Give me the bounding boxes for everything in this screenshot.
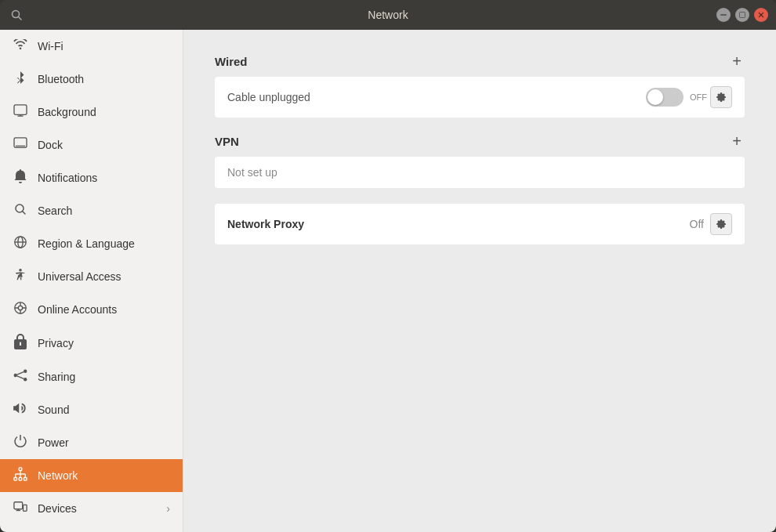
sidebar-item-details[interactable]: Details › <box>0 525 183 532</box>
svg-rect-6 <box>14 105 27 114</box>
notifications-icon <box>13 169 28 186</box>
main-content: Wi-Fi Bluetooth Backgr <box>0 30 776 532</box>
proxy-title: Network Proxy <box>227 218 690 230</box>
vpn-status-row: Not set up <box>215 157 745 188</box>
proxy-status: Off <box>690 218 704 230</box>
sidebar-item-online-accounts[interactable]: Online Accounts <box>0 293 183 326</box>
proxy-settings-button[interactable] <box>710 213 732 235</box>
toggle-knob <box>647 89 663 105</box>
sidebar-item-sharing-label: Sharing <box>38 371 170 383</box>
sidebar-item-search-label: Search <box>38 204 170 217</box>
network-icon <box>13 467 28 484</box>
wifi-icon <box>13 39 28 53</box>
vpn-section-title: VPN <box>215 135 239 148</box>
devices-icon <box>13 500 28 517</box>
wired-toggle-container: OFF <box>646 88 710 107</box>
svg-rect-22 <box>19 468 22 471</box>
sidebar-item-network-label: Network <box>38 469 170 482</box>
wired-settings-button[interactable] <box>710 86 732 108</box>
sidebar-item-devices[interactable]: Devices › <box>0 492 183 525</box>
svg-line-20 <box>17 372 24 375</box>
cable-label: Cable unplugged <box>227 91 646 103</box>
sidebar-item-wifi-label: Wi-Fi <box>38 40 170 52</box>
svg-rect-2 <box>720 14 727 16</box>
dock-icon <box>13 137 28 153</box>
sidebar-item-devices-label: Devices <box>38 502 157 515</box>
sidebar-item-universal-access-label: Universal Access <box>38 270 170 283</box>
sidebar: Wi-Fi Bluetooth Backgr <box>0 30 183 532</box>
search-icon-btn[interactable] <box>8 6 25 24</box>
sidebar-item-wifi[interactable]: Wi-Fi <box>0 30 183 63</box>
sidebar-item-search[interactable]: Search <box>0 194 183 227</box>
sharing-icon <box>13 369 28 385</box>
sidebar-item-online-accounts-label: Online Accounts <box>38 303 170 316</box>
sound-icon <box>13 402 28 418</box>
svg-rect-24 <box>19 478 22 481</box>
universal-access-icon <box>13 268 28 285</box>
window-controls <box>716 8 768 22</box>
sidebar-item-notifications-label: Notifications <box>38 172 170 184</box>
online-accounts-icon <box>13 301 28 318</box>
maximize-button[interactable] <box>735 8 749 22</box>
vpn-status-label: Not set up <box>227 166 732 179</box>
sidebar-item-universal-access[interactable]: Universal Access <box>0 260 183 293</box>
background-icon <box>13 104 28 120</box>
sidebar-item-background-label: Background <box>38 106 170 118</box>
sidebar-item-privacy[interactable]: Privacy <box>0 326 183 360</box>
svg-point-16 <box>19 269 22 272</box>
wired-cable-row: Cable unplugged OFF <box>215 77 745 118</box>
bluetooth-icon <box>13 71 28 88</box>
vpn-section-header: VPN + <box>215 133 745 149</box>
sidebar-item-region[interactable]: Region & Language <box>0 227 183 260</box>
wired-card: Cable unplugged OFF <box>215 77 745 118</box>
wired-add-button[interactable]: + <box>729 53 745 69</box>
sidebar-item-sound[interactable]: Sound <box>0 393 183 426</box>
sidebar-item-power-label: Power <box>38 436 170 449</box>
sidebar-item-dock-label: Dock <box>38 139 170 151</box>
wired-toggle[interactable] <box>646 88 684 107</box>
devices-arrow-icon: › <box>166 502 170 515</box>
sidebar-item-notifications[interactable]: Notifications <box>0 161 183 194</box>
sidebar-item-sharing[interactable]: Sharing <box>0 360 183 393</box>
svg-rect-3 <box>740 13 745 18</box>
titlebar-title: Network <box>368 9 408 21</box>
vpn-add-button[interactable]: + <box>729 133 745 149</box>
minimize-button[interactable] <box>716 8 731 22</box>
svg-point-19 <box>24 378 27 381</box>
content-area: Wired + Cable unplugged OFF <box>183 30 776 532</box>
proxy-row: Network Proxy Off <box>215 204 745 244</box>
wired-toggle-label: OFF <box>690 92 707 102</box>
svg-line-21 <box>17 376 24 379</box>
titlebar-left <box>8 6 25 24</box>
svg-line-12 <box>23 212 26 215</box>
sidebar-item-privacy-label: Privacy <box>38 337 170 349</box>
sidebar-item-dock[interactable]: Dock <box>0 128 183 161</box>
sidebar-item-sound-label: Sound <box>38 404 170 416</box>
sidebar-item-bluetooth-label: Bluetooth <box>38 73 170 85</box>
svg-rect-31 <box>14 502 23 509</box>
sidebar-item-background[interactable]: Background <box>0 96 183 128</box>
svg-rect-10 <box>16 146 25 147</box>
svg-line-1 <box>19 17 22 20</box>
svg-point-18 <box>24 369 27 372</box>
svg-rect-25 <box>24 478 27 481</box>
settings-window: Network <box>0 0 776 532</box>
wired-section-header: Wired + <box>215 53 745 69</box>
close-button[interactable] <box>754 8 768 22</box>
wired-section-title: Wired <box>215 55 248 68</box>
sidebar-item-region-label: Region & Language <box>38 237 170 250</box>
proxy-card: Network Proxy Off <box>215 204 745 244</box>
svg-rect-32 <box>24 505 27 511</box>
power-icon <box>13 434 28 451</box>
region-icon <box>13 235 28 252</box>
sidebar-item-bluetooth[interactable]: Bluetooth <box>0 63 183 96</box>
svg-point-17 <box>14 374 17 377</box>
svg-rect-23 <box>14 478 17 481</box>
search-sidebar-icon <box>13 203 28 219</box>
sidebar-item-network[interactable]: Network <box>0 459 183 492</box>
sidebar-item-power[interactable]: Power <box>0 426 183 459</box>
privacy-icon <box>13 334 28 353</box>
vpn-card: Not set up <box>215 157 745 188</box>
titlebar: Network <box>0 0 776 30</box>
